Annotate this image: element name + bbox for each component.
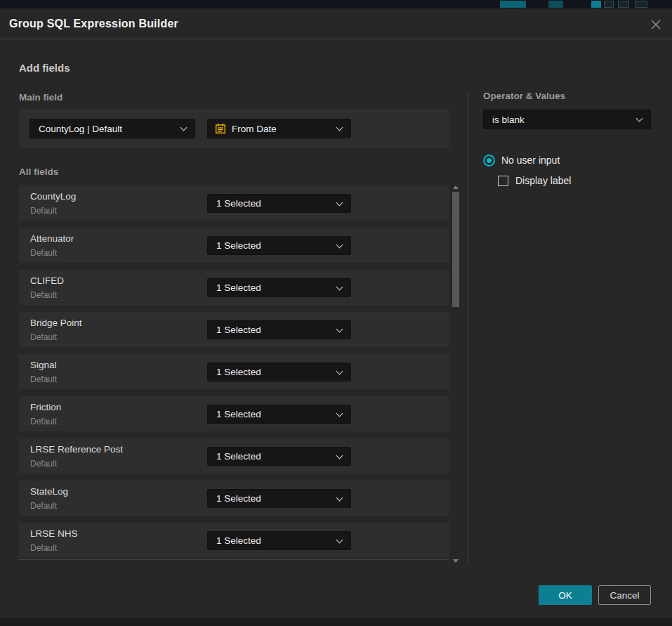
field-selected-dropdown[interactable]: 1 Selected — [207, 194, 351, 213]
field-subtitle: Default — [30, 501, 57, 511]
field-name: CountyLog — [30, 191, 76, 202]
fields-list-scrollbar[interactable] — [451, 184, 461, 564]
display-label-checkbox[interactable]: Display label — [498, 175, 571, 186]
field-selected-dropdown-label: 1 Selected — [216, 535, 261, 546]
field-selected-dropdown[interactable]: 1 Selected — [207, 531, 351, 550]
main-field-source-value: CountyLog | Default — [39, 124, 122, 134]
field-name: Bridge Point — [30, 318, 82, 328]
field-selected-dropdown[interactable]: 1 Selected — [207, 405, 351, 424]
chevron-down-icon — [336, 536, 343, 543]
chevron-down-icon — [336, 124, 343, 131]
checkbox-icon — [498, 176, 508, 186]
main-field-label: Main field — [19, 92, 62, 103]
operator-values-heading: Operator & Values — [483, 91, 565, 101]
cancel-button[interactable]: Cancel — [598, 585, 651, 605]
group-sql-expression-builder-dialog: Group SQL Expression Builder Add fields … — [0, 8, 672, 618]
field-subtitle: Default — [30, 459, 57, 469]
field-selected-dropdown[interactable]: 1 Selected — [207, 320, 351, 339]
background-app-strip — [0, 618, 672, 626]
main-field-panel: CountyLog | Default From Date — [19, 109, 449, 148]
chevron-down-icon — [636, 115, 643, 122]
field-subtitle: Default — [30, 374, 57, 384]
display-label-label: Display label — [515, 175, 571, 186]
chevron-down-icon — [336, 494, 343, 501]
main-field-date-value: From Date — [232, 124, 277, 134]
field-selected-dropdown-label: 1 Selected — [216, 367, 261, 377]
field-selected-dropdown[interactable]: 1 Selected — [207, 489, 351, 508]
operator-value: is blank — [492, 115, 525, 125]
background-toolbar-fragment — [500, 1, 526, 8]
background-toolbar-fragment — [591, 1, 601, 8]
main-field-date-dropdown[interactable]: From Date — [207, 119, 351, 138]
field-name: Attenuator — [30, 233, 74, 244]
field-selected-dropdown-label: 1 Selected — [216, 493, 261, 504]
panel-divider — [468, 91, 468, 562]
field-name: Friction — [30, 402, 61, 412]
chevron-down-icon — [336, 241, 343, 248]
background-toolbar-fragment — [635, 1, 647, 8]
chevron-down-icon — [336, 367, 343, 374]
scrollbar-down-arrow-icon[interactable] — [453, 559, 459, 563]
radio-button-icon — [483, 155, 495, 167]
scrollbar-thumb[interactable] — [452, 192, 459, 307]
dialog-title: Group SQL Expression Builder — [9, 8, 178, 39]
background-app-strip — [0, 0, 672, 8]
field-row[interactable]: LRSE Reference Post Default 1 Selected — [19, 438, 449, 474]
field-subtitle: Default — [30, 248, 57, 258]
ok-button[interactable]: OK — [539, 585, 592, 605]
no-user-input-radio[interactable]: No user input — [483, 154, 560, 167]
field-selected-dropdown-label: 1 Selected — [216, 451, 261, 462]
field-selected-dropdown[interactable]: 1 Selected — [207, 278, 351, 297]
all-fields-list: CountyLog Default 1 Selected Attenuator … — [19, 185, 449, 560]
field-selected-dropdown-label: 1 Selected — [216, 240, 261, 251]
field-row[interactable]: LRSE NHS Default 1 Selected — [19, 523, 449, 558]
field-name: StateLog — [30, 486, 68, 497]
field-selected-dropdown-label: 1 Selected — [216, 325, 261, 335]
field-row[interactable]: Bridge Point Default 1 Selected — [19, 312, 449, 347]
field-subtitle: Default — [30, 332, 57, 342]
background-toolbar-fragment — [548, 1, 563, 8]
field-row[interactable]: Attenuator Default 1 Selected — [19, 228, 449, 263]
field-subtitle: Default — [30, 417, 57, 426]
scrollbar-up-arrow-icon[interactable] — [453, 185, 459, 189]
field-subtitle: Default — [30, 543, 57, 553]
field-row[interactable]: CountyLog Default 1 Selected — [19, 185, 449, 221]
no-user-input-label: No user input — [501, 155, 560, 166]
field-name: CLIFED — [30, 275, 64, 286]
all-fields-label: All fields — [19, 167, 58, 177]
chevron-down-icon — [336, 452, 343, 459]
radio-dot — [487, 158, 492, 163]
field-selected-dropdown[interactable]: 1 Selected — [207, 236, 351, 255]
field-row[interactable]: Signal Default 1 Selected — [19, 354, 449, 389]
calendar-icon — [215, 123, 226, 134]
field-name: LRSE Reference Post — [30, 444, 123, 455]
field-subtitle: Default — [30, 290, 57, 300]
add-fields-heading: Add fields — [19, 62, 70, 74]
background-toolbar-fragment — [618, 1, 629, 8]
field-selected-dropdown-label: 1 Selected — [216, 409, 261, 419]
field-selected-dropdown-label: 1 Selected — [216, 198, 261, 209]
field-selected-dropdown[interactable]: 1 Selected — [207, 363, 351, 382]
chevron-down-icon — [336, 410, 343, 417]
field-selected-dropdown-label: 1 Selected — [216, 282, 261, 293]
field-row[interactable]: Friction Default 1 Selected — [19, 396, 449, 431]
field-row[interactable]: CLIFED Default 1 Selected — [19, 270, 449, 305]
field-selected-dropdown[interactable]: 1 Selected — [207, 447, 351, 466]
chevron-down-icon — [336, 199, 343, 206]
background-toolbar-fragment — [604, 1, 614, 8]
chevron-down-icon — [336, 325, 343, 332]
field-name: LRSE NHS — [30, 528, 78, 539]
close-icon[interactable] — [650, 18, 662, 31]
field-row[interactable]: StateLog Default 1 Selected — [19, 481, 449, 516]
chevron-down-icon — [336, 283, 343, 290]
dialog-header: Group SQL Expression Builder — [0, 8, 672, 39]
field-name: Signal — [30, 360, 57, 370]
field-subtitle: Default — [30, 206, 57, 216]
main-field-source-dropdown[interactable]: CountyLog | Default — [29, 119, 195, 138]
operator-dropdown[interactable]: is blank — [483, 110, 651, 129]
chevron-down-icon — [180, 124, 187, 131]
